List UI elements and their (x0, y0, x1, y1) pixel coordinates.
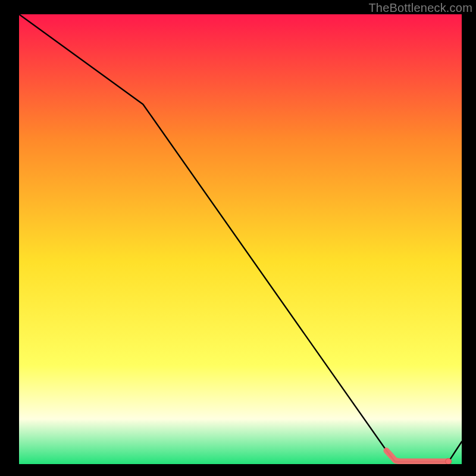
marker-end-dot (446, 459, 452, 465)
gradient-background (19, 14, 462, 464)
plot-svg (19, 14, 462, 464)
chart-stage: TheBottleneck.com (0, 0, 476, 476)
plot-area (19, 14, 462, 464)
watermark-text: TheBottleneck.com (368, 1, 472, 15)
